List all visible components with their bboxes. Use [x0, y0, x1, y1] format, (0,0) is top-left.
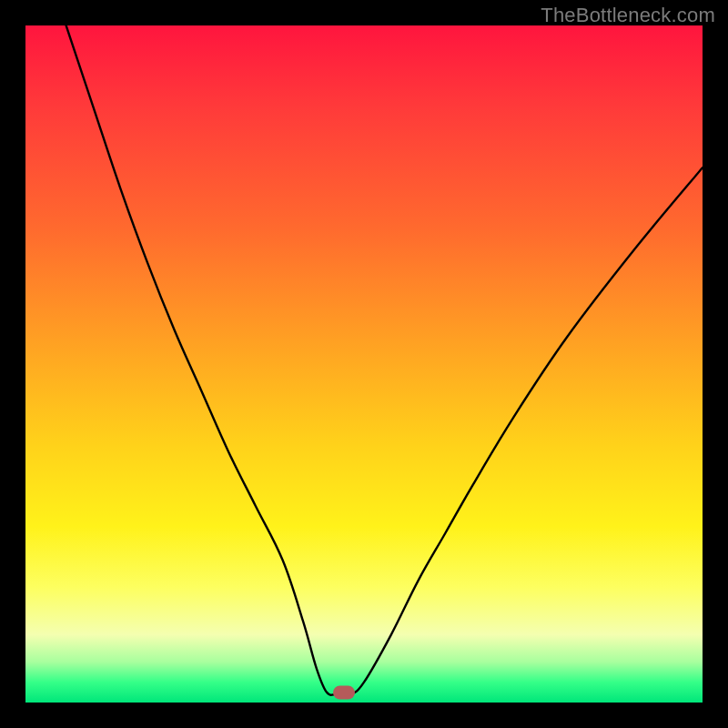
chart-frame: TheBottleneck.com — [0, 0, 728, 728]
bottleneck-curve — [25, 25, 703, 703]
watermark-text: TheBottleneck.com — [541, 4, 715, 27]
plot-area — [25, 25, 703, 703]
bottleneck-marker — [333, 685, 355, 699]
